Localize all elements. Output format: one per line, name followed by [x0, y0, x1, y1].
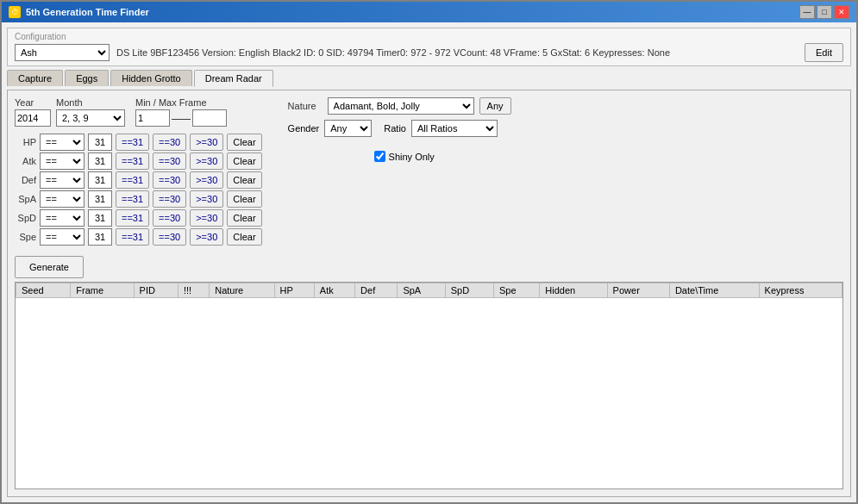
spe-btn-gte30[interactable]: >=30 — [190, 228, 223, 246]
hp-operator[interactable]: ==>=<=!= — [40, 134, 85, 151]
col-spa: SpA — [398, 283, 445, 298]
spd-btn-eq31[interactable]: ==31 — [116, 209, 149, 227]
spd-value[interactable] — [88, 209, 112, 227]
month-label: Month — [56, 97, 125, 108]
spd-label: SpD — [15, 213, 36, 223]
col-pid: PID — [134, 283, 178, 298]
spe-value[interactable] — [88, 228, 112, 246]
shiny-section: Shiny Only — [374, 151, 511, 162]
atk-operator[interactable]: ==>=<=!= — [40, 152, 85, 170]
spa-value[interactable] — [88, 190, 112, 208]
window-title: 5th Generation Time Finder — [26, 7, 149, 17]
col-hidden: Hidden — [540, 283, 607, 298]
def-btn-eq31[interactable]: ==31 — [116, 171, 149, 189]
hp-btn-eq30[interactable]: ==30 — [153, 134, 186, 151]
col-exclaim: !!! — [178, 283, 209, 298]
shiny-label: Shiny Only — [389, 152, 435, 162]
atk-btn-eq31[interactable]: ==31 — [116, 152, 149, 170]
content-area: Configuration Ash DS Lite 9BF123456 Vers… — [2, 22, 856, 502]
col-spd: SpD — [445, 283, 493, 298]
date-labels: Year Month — [15, 97, 125, 108]
atk-value[interactable] — [88, 152, 112, 170]
nature-select[interactable]: Adamant, Bold, Jolly — [328, 97, 474, 115]
col-power: Power — [607, 283, 669, 298]
spa-btn-gte30[interactable]: >=30 — [190, 190, 223, 208]
tab-dream-radar[interactable]: Dream Radar — [194, 70, 273, 87]
atk-label: Atk — [15, 156, 36, 166]
spe-operator[interactable]: ==>=<=!= — [40, 228, 85, 246]
config-row: Ash DS Lite 9BF123456 Version: English B… — [15, 43, 843, 62]
edit-button[interactable]: Edit — [805, 43, 843, 62]
def-operator[interactable]: ==>=<=!= — [40, 171, 85, 189]
iv-row-spd: SpD ==>=<=!= ==31 ==30 >=30 Clear — [15, 209, 262, 227]
ratio-select[interactable]: All Ratios 1:1 3:1 — [411, 120, 498, 137]
spa-btn-eq31[interactable]: ==31 — [116, 190, 149, 208]
month-select[interactable]: 2, 3, 9 — [56, 109, 125, 127]
tab-bar: Capture Eggs Hidden Grotto Dream Radar — [7, 70, 851, 86]
spd-btn-eq30[interactable]: ==30 — [153, 209, 186, 227]
def-label: Def — [15, 175, 36, 185]
def-btn-eq30[interactable]: ==30 — [153, 171, 186, 189]
frame-inputs: —— — [135, 109, 227, 127]
def-btn-gte30[interactable]: >=30 — [190, 171, 223, 189]
spd-btn-gte30[interactable]: >=30 — [190, 209, 223, 227]
frame-section: Min / Max Frame —— — [135, 97, 227, 127]
nature-label: Nature — [288, 101, 323, 111]
col-keypress: Keypress — [759, 283, 842, 298]
generate-button[interactable]: Generate — [15, 256, 84, 278]
spe-clear-button[interactable]: Clear — [227, 228, 261, 246]
close-button[interactable]: ✕ — [834, 5, 849, 19]
col-datetime: Date\Time — [669, 283, 759, 298]
col-nature: Nature — [210, 283, 274, 298]
atk-clear-button[interactable]: Clear — [227, 152, 261, 170]
tab-hidden-grotto[interactable]: Hidden Grotto — [110, 70, 191, 86]
max-frame-input[interactable] — [192, 109, 227, 127]
maximize-button[interactable]: □ — [817, 5, 832, 19]
iv-row-hp: HP ==>=<=!= ==31 ==30 >=30 Clear — [15, 134, 262, 151]
col-spe: Spe — [493, 283, 539, 298]
right-controls: Nature Adamant, Bold, Jolly Any Gender A… — [288, 97, 511, 162]
atk-btn-gte30[interactable]: >=30 — [190, 152, 223, 170]
spa-operator[interactable]: ==>=<=!= — [40, 190, 85, 208]
title-bar: ⏱ 5th Generation Time Finder — □ ✕ — [2, 2, 856, 22]
year-input[interactable] — [15, 109, 51, 127]
results-table-container[interactable]: Seed Frame PID !!! Nature HP Atk Def SpA… — [15, 282, 843, 489]
year-label: Year — [15, 97, 51, 108]
left-controls: Year Month 2, 3, 9 Min / Max F — [15, 97, 262, 246]
def-value[interactable] — [88, 171, 112, 189]
tab-capture[interactable]: Capture — [7, 70, 63, 86]
spa-btn-eq30[interactable]: ==30 — [153, 190, 186, 208]
iv-row-spe: Spe ==>=<=!= ==31 ==30 >=30 Clear — [15, 228, 262, 246]
def-clear-button[interactable]: Clear — [227, 171, 261, 189]
nature-any-button[interactable]: Any — [479, 97, 511, 115]
tab-eggs[interactable]: Eggs — [65, 70, 109, 86]
spd-clear-button[interactable]: Clear — [227, 209, 261, 227]
config-section: Configuration Ash DS Lite 9BF123456 Vers… — [7, 28, 851, 66]
profile-select[interactable]: Ash — [15, 44, 110, 61]
col-frame: Frame — [71, 283, 134, 298]
date-inputs: 2, 3, 9 — [15, 109, 125, 127]
spe-label: Spe — [15, 232, 36, 242]
col-hp: HP — [274, 283, 314, 298]
hp-label: HP — [15, 137, 36, 147]
col-atk: Atk — [314, 283, 354, 298]
iv-row-atk: Atk ==>=<=!= ==31 ==30 >=30 Clear — [15, 152, 262, 170]
min-frame-input[interactable] — [135, 109, 170, 127]
main-window: ⏱ 5th Generation Time Finder — □ ✕ Confi… — [0, 0, 858, 504]
spa-clear-button[interactable]: Clear — [227, 190, 261, 208]
spd-operator[interactable]: ==>=<=!= — [40, 209, 85, 227]
hp-clear-button[interactable]: Clear — [227, 134, 261, 151]
hp-btn-eq31[interactable]: ==31 — [116, 134, 149, 151]
gender-section: Gender Any Male Female Ratio All Ratios … — [288, 120, 511, 137]
gender-select[interactable]: Any Male Female — [324, 120, 372, 137]
config-info: DS Lite 9BF123456 Version: English Black… — [116, 47, 670, 58]
gender-label: Gender — [288, 123, 320, 134]
hp-btn-gte30[interactable]: >=30 — [190, 134, 223, 151]
shiny-checkbox[interactable] — [374, 151, 385, 162]
iv-row-spa: SpA ==>=<=!= ==31 ==30 >=30 Clear — [15, 190, 262, 208]
spe-btn-eq31[interactable]: ==31 — [116, 228, 149, 246]
minimize-button[interactable]: — — [799, 5, 815, 19]
hp-value[interactable] — [88, 134, 112, 151]
atk-btn-eq30[interactable]: ==30 — [153, 152, 186, 170]
spe-btn-eq30[interactable]: ==30 — [153, 228, 186, 246]
